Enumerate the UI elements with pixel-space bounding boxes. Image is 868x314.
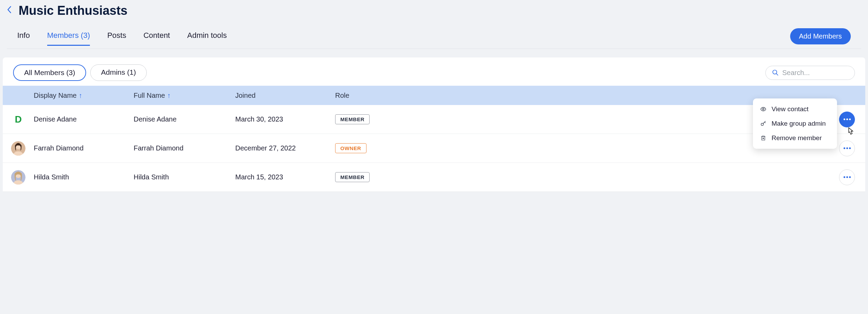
trash-x-icon [760,135,767,141]
cell-joined: March 15, 2023 [235,173,335,181]
cell-full-name: Farrah Diamond [134,144,235,152]
tab-info[interactable]: Info [17,31,30,46]
menu-label: Remove member [772,134,822,142]
menu-remove-member[interactable]: Remove member [753,131,837,145]
th-label: Role [335,92,349,100]
th-joined[interactable]: Joined [235,92,335,100]
avatar-cell [3,170,34,185]
svg-point-2 [763,108,764,110]
row-actions-button[interactable] [839,112,855,127]
page-header: Music Enthusiasts Info Members (3) Posts… [0,0,868,49]
table-row: D Denise Adane Denise Adane March 30, 20… [3,105,865,134]
th-label: Joined [235,92,256,100]
th-label: Display Name [34,92,76,100]
table-row: Hilda Smith Hilda Smith March 15, 2023 M… [3,163,865,192]
key-icon [760,121,767,127]
menu-label: Make group admin [772,120,826,127]
more-horizontal-icon [844,176,851,178]
svg-line-1 [776,74,778,75]
cell-role: OWNER [335,143,480,153]
tab-content[interactable]: Content [143,31,170,46]
tab-members[interactable]: Members (3) [47,31,90,46]
cell-full-name: Hilda Smith [134,173,235,181]
page-title: Music Enthusiasts [19,3,127,18]
search-wrap[interactable] [765,66,855,80]
cell-joined: December 27, 2022 [235,144,335,152]
table-row: Farrah Diamond Farrah Diamond December 2… [3,134,865,163]
pill-admins[interactable]: Admins (1) [90,64,147,81]
tab-admin-tools[interactable]: Admin tools [187,31,227,46]
content-panel: All Members (3) Admins (1) Display Name … [3,57,865,192]
role-badge: MEMBER [335,114,370,124]
tab-posts[interactable]: Posts [107,31,126,46]
cell-full-name: Denise Adane [134,115,235,123]
row-actions-dropdown: View contact Make group admin Remove mem… [753,98,837,149]
table-header: Display Name ↑ Full Name ↑ Joined Role [3,86,865,105]
filter-pills: All Members (3) Admins (1) [13,64,147,81]
back-chevron-icon[interactable] [7,6,12,15]
th-label: Full Name [134,92,165,100]
cell-display-name: Denise Adane [34,115,134,123]
role-badge: MEMBER [335,172,370,182]
more-horizontal-icon [844,118,851,120]
more-horizontal-icon [844,147,851,149]
menu-view-contact[interactable]: View contact [753,102,837,116]
avatar-letter: D [12,114,24,125]
add-members-button[interactable]: Add Members [790,28,851,44]
eye-icon [760,106,767,112]
cell-joined: March 30, 2023 [235,115,335,123]
cell-display-name: Farrah Diamond [34,144,134,152]
role-badge: OWNER [335,143,366,153]
row-actions-button[interactable] [839,169,855,185]
th-display-name[interactable]: Display Name ↑ [34,92,134,100]
menu-label: View contact [772,105,808,113]
avatar-cell: D [3,114,34,125]
tabs: Info Members (3) Posts Content Admin too… [17,31,227,46]
avatar-cell [3,141,34,156]
th-full-name[interactable]: Full Name ↑ [134,92,235,100]
actions-cell: View contact Make group admin Remove mem… [480,112,865,127]
cell-role: MEMBER [335,114,480,124]
actions-cell [480,169,865,185]
th-role[interactable]: Role [335,92,480,100]
menu-make-admin[interactable]: Make group admin [753,116,837,131]
search-input[interactable] [782,69,848,77]
cell-display-name: Hilda Smith [34,173,134,181]
filter-row: All Members (3) Admins (1) [3,57,865,86]
pill-all-members[interactable]: All Members (3) [13,64,86,81]
avatar [11,170,25,185]
cell-role: MEMBER [335,172,480,182]
row-actions-button[interactable] [839,140,855,156]
sort-asc-icon: ↑ [167,92,170,100]
avatar [11,141,25,156]
tabs-row: Info Members (3) Posts Content Admin too… [7,18,861,49]
search-icon [772,69,779,76]
sort-asc-icon: ↑ [79,92,82,100]
title-row: Music Enthusiasts [7,3,861,18]
